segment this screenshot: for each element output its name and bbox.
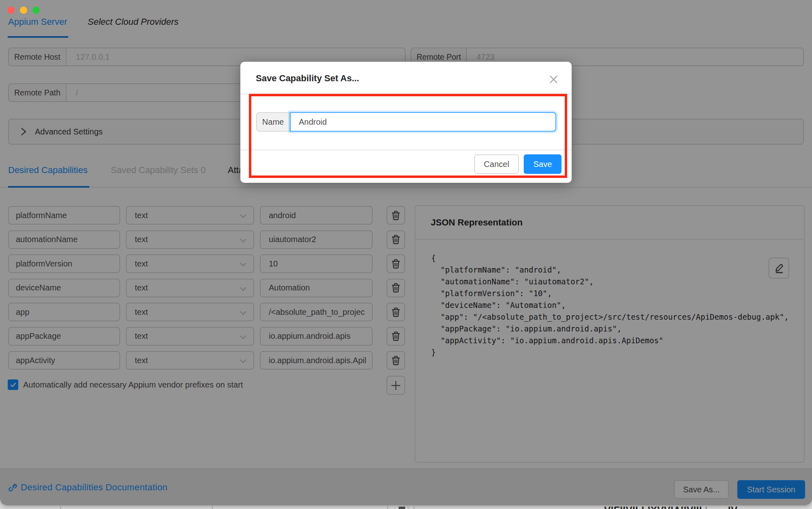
fragment-block xyxy=(399,507,405,509)
fragment-line xyxy=(414,506,415,509)
fragment-line xyxy=(60,506,61,509)
fragment-line xyxy=(408,506,408,509)
close-icon xyxy=(549,75,558,84)
modal-title: Save Capability Set As... xyxy=(256,73,359,84)
modal-close-button[interactable] xyxy=(549,75,559,85)
zoom-window-button[interactable] xyxy=(32,6,40,14)
fragment-text: VIFIIVILLIXVVIAIIVIILL xyxy=(604,505,706,509)
minimize-window-button[interactable] xyxy=(20,6,27,14)
fragment-line xyxy=(212,506,213,509)
fragment-text: IV xyxy=(728,505,744,509)
annotation-highlight-box xyxy=(249,94,567,178)
fragment-line xyxy=(387,506,388,509)
close-window-button[interactable] xyxy=(7,6,15,14)
screenshot-stage: Appium Server Select Cloud Providers Rem… xyxy=(0,0,812,509)
